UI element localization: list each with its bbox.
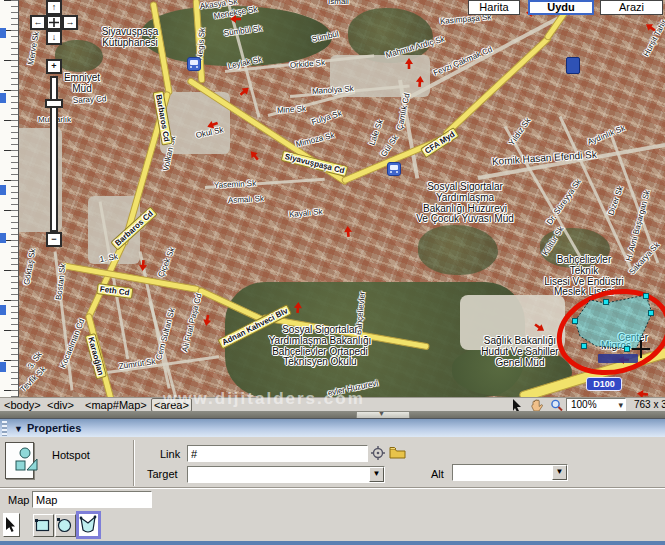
- hotspot-shapes-icon: [12, 444, 39, 477]
- target-dropdown-button[interactable]: ▼: [369, 467, 384, 482]
- panel-splitter[interactable]: ▼: [0, 411, 665, 418]
- panel-grip: [2, 421, 7, 436]
- pan-right-button[interactable]: →: [62, 15, 78, 30]
- divider: [133, 440, 135, 486]
- hotspot-handle[interactable]: [581, 343, 587, 349]
- alt-dropdown-button[interactable]: ▼: [552, 465, 567, 480]
- hotspot-polygon-layer[interactable]: [0, 0, 665, 397]
- panel-collapse-icon[interactable]: ▼: [14, 424, 23, 434]
- ruler-mark: [0, 233, 6, 243]
- collapse-arrow[interactable]: ▼: [356, 411, 410, 418]
- hotspot-element-icon[interactable]: [5, 442, 34, 479]
- polygon-hotspot-tool[interactable]: [76, 511, 101, 539]
- tag-body[interactable]: <body>: [4, 399, 41, 411]
- pan-down-button[interactable]: ↓: [46, 30, 62, 45]
- tag-div[interactable]: <div>: [47, 399, 74, 411]
- zoom-slider-handle[interactable]: [45, 99, 63, 108]
- point-to-file-icon[interactable]: [371, 446, 385, 460]
- ruler-mark: [0, 93, 6, 103]
- properties-header[interactable]: ▼Properties: [0, 418, 665, 437]
- polygon-hotspot-icon: [79, 515, 97, 535]
- target-label: Target: [147, 468, 178, 480]
- vertical-ruler: [0, 0, 19, 397]
- oval-hotspot-icon: [56, 517, 73, 534]
- link-input[interactable]: [187, 445, 368, 462]
- maptype-uydu-button[interactable]: Uydu: [528, 0, 594, 15]
- magnification-value: 100%: [571, 399, 597, 410]
- alt-input[interactable]: [452, 464, 568, 481]
- maptype-harita-button[interactable]: Harita: [468, 0, 520, 15]
- zoom-in-button[interactable]: +: [46, 59, 62, 74]
- pan-center-button[interactable]: [46, 15, 62, 30]
- link-label: Link: [160, 448, 180, 460]
- crosshair-cursor: [640, 340, 642, 358]
- properties-title: Properties: [27, 422, 81, 434]
- tag-map[interactable]: <map#Map>: [85, 399, 147, 411]
- divider: [0, 487, 665, 489]
- hotspot-handle[interactable]: [624, 346, 630, 352]
- properties-body: Hotspot Link Target ▼ Alt ▼ Map: [0, 437, 665, 541]
- maptype-arazi-button[interactable]: Arazi: [600, 0, 663, 15]
- hand-tool-icon[interactable]: [530, 399, 544, 411]
- tag-selector-bar: <body> <div> <map#Map> <area> 100% ▾ 763…: [0, 397, 665, 411]
- rectangle-hotspot-tool[interactable]: [33, 514, 54, 537]
- ruler-mark: [0, 28, 6, 38]
- ruler-mark: [0, 305, 6, 315]
- collapse-triangle-icon: ▼: [378, 410, 385, 417]
- map-name-label: Map: [8, 494, 29, 506]
- magnification-select[interactable]: 100% ▾: [566, 398, 626, 412]
- zoom-out-button[interactable]: −: [46, 232, 62, 247]
- map-canvas[interactable]: Akasya SkMenekşe SkİsmailSümbül SkSümbül…: [0, 0, 665, 397]
- hotspot-handle[interactable]: [648, 310, 654, 316]
- pan-left-button[interactable]: ←: [30, 15, 46, 30]
- pointer-arrow-icon: [4, 516, 17, 534]
- zoom-tool-icon[interactable]: [550, 399, 564, 411]
- chevron-down-icon: ▾: [618, 399, 623, 411]
- ruler-mark: [0, 185, 6, 195]
- select-tool-icon[interactable]: [511, 399, 525, 411]
- hotspot-handle[interactable]: [603, 299, 609, 305]
- dreamweaver-window: Akasya SkMenekşe SkİsmailSümbül SkSümbül…: [0, 0, 665, 545]
- rectangle-hotspot-icon: [34, 517, 51, 534]
- browse-folder-icon[interactable]: [389, 446, 406, 460]
- pointer-tool-button[interactable]: [3, 513, 20, 537]
- oval-hotspot-tool[interactable]: [55, 514, 76, 537]
- window-size-indicator[interactable]: 763 x 3: [634, 399, 665, 410]
- tag-area-selected[interactable]: <area>: [151, 398, 192, 412]
- element-type-label: Hotspot: [52, 449, 90, 461]
- map-name-input[interactable]: [32, 491, 152, 508]
- window-bottom-edge: [0, 541, 665, 545]
- ruler-mark: [0, 362, 6, 372]
- target-input[interactable]: [187, 466, 385, 483]
- alt-label: Alt: [431, 468, 444, 480]
- hotspot-handle[interactable]: [572, 318, 578, 324]
- pan-up-button[interactable]: ↑: [46, 0, 62, 15]
- hotspot-handle[interactable]: [643, 293, 649, 299]
